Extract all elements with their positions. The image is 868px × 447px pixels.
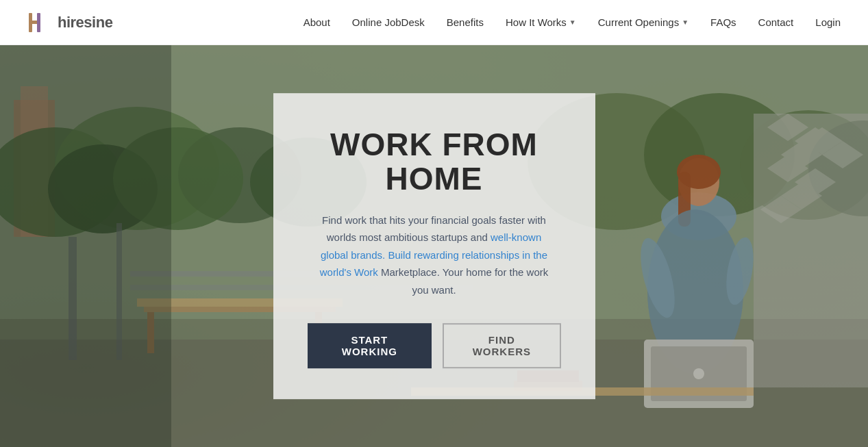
nav-dropdown-how-it-works[interactable]: How It Works ▼ xyxy=(506,16,576,28)
svg-rect-1 xyxy=(29,21,38,24)
hero-section: WORK FROM HOME Find work that hits your … xyxy=(0,45,868,447)
logo-link[interactable]: hiresine xyxy=(27,10,112,35)
nav-link-current-openings-label: Current Openings xyxy=(598,16,679,28)
brand-name: hiresine xyxy=(58,14,112,31)
hero-title-line1: WORK FROM xyxy=(330,127,538,162)
find-workers-button[interactable]: FIND WORKERS xyxy=(443,323,560,368)
hero-title-line2: HOME xyxy=(386,161,483,196)
nav-item-login[interactable]: Login xyxy=(815,16,841,29)
nav-dropdown-current-openings[interactable]: Current Openings ▼ xyxy=(598,16,689,28)
logo-icon xyxy=(27,10,52,35)
nav-item-about[interactable]: About xyxy=(303,16,330,29)
nav-links: About Online JobDesk Benefits How It Wor… xyxy=(303,16,841,29)
hero-buttons: START WORKING FIND WORKERS xyxy=(308,323,561,368)
nav-link-faqs[interactable]: FAQs xyxy=(710,16,736,28)
chevron-down-icon-2: ▼ xyxy=(682,18,689,26)
nav-link-benefits[interactable]: Benefits xyxy=(447,16,484,28)
nav-link-how-it-works-label: How It Works xyxy=(506,16,567,28)
chevron-down-icon: ▼ xyxy=(569,18,576,26)
nav-item-faqs[interactable]: FAQs xyxy=(710,16,736,29)
hero-subtitle: Find work that hits your financial goals… xyxy=(308,212,561,299)
nav-link-about[interactable]: About xyxy=(303,16,330,28)
navbar: hiresine About Online JobDesk Benefits H… xyxy=(0,0,868,45)
start-working-button[interactable]: START WORKING xyxy=(308,323,432,368)
nav-link-contact[interactable]: Contact xyxy=(758,16,794,28)
nav-item-current-openings[interactable]: Current Openings ▼ xyxy=(598,16,689,28)
nav-item-how-it-works[interactable]: How It Works ▼ xyxy=(506,16,576,28)
svg-rect-2 xyxy=(37,13,40,32)
svg-rect-50 xyxy=(0,45,171,447)
nav-item-contact[interactable]: Contact xyxy=(758,16,794,29)
hero-title: WORK FROM HOME xyxy=(308,127,561,196)
nav-link-login[interactable]: Login xyxy=(815,16,841,28)
nav-link-jobdesk[interactable]: Online JobDesk xyxy=(352,16,425,28)
hero-card: WORK FROM HOME Find work that hits your … xyxy=(273,93,595,400)
nav-item-jobdesk[interactable]: Online JobDesk xyxy=(352,16,425,29)
nav-item-benefits[interactable]: Benefits xyxy=(447,16,484,29)
